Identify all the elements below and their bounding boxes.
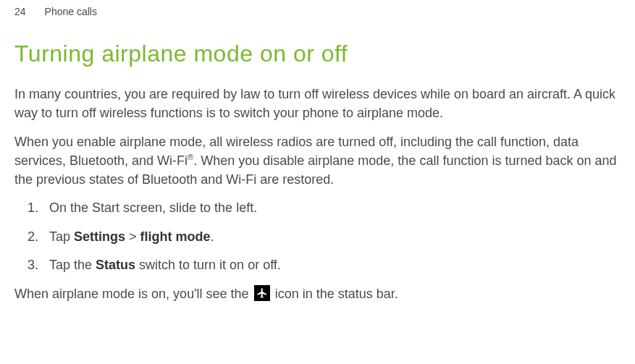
page-header: 24 Phone calls [14,6,621,17]
step-num: 1. [28,200,49,216]
airplane-icon [254,285,270,301]
intro-paragraph-2: When you enable airplane mode, all wirel… [14,132,621,189]
settings-label: Settings [74,229,125,244]
text-after: switch to turn it on or off. [135,258,281,272]
step-num: 2. [28,229,49,245]
page-title: Turning airplane mode on or off [14,41,621,67]
text-before: Tap [49,229,74,244]
steps-list: 1. On the Start screen, slide to the lef… [14,199,621,274]
flight-mode-label: flight mode [140,229,211,244]
status-label: Status [96,258,135,272]
text-after: . [211,229,214,244]
step-text: On the Start screen, slide to the left. [49,199,257,217]
registered-mark: ® [188,153,193,161]
intro-paragraph-1: In many countries, you are required by l… [14,85,621,122]
step-text: Tap Settings > flight mode. [49,228,214,246]
closing-text-before: When airplane mode is on, you'll see the [14,287,253,301]
text-before: Tap the [49,258,96,272]
section-name: Phone calls [45,6,97,17]
closing-paragraph: When airplane mode is on, you'll see the… [14,284,621,303]
step-2: 2. Tap Settings > flight mode. [14,228,621,246]
page-number: 24 [14,6,26,17]
step-num: 3. [28,258,49,273]
step-1: 1. On the Start screen, slide to the lef… [14,199,621,217]
step-text: Tap the Status switch to turn it on or o… [49,256,281,274]
step-3: 3. Tap the Status switch to turn it on o… [14,256,621,274]
closing-text-after: icon in the status bar. [272,287,398,301]
text-mid: > [125,229,140,244]
